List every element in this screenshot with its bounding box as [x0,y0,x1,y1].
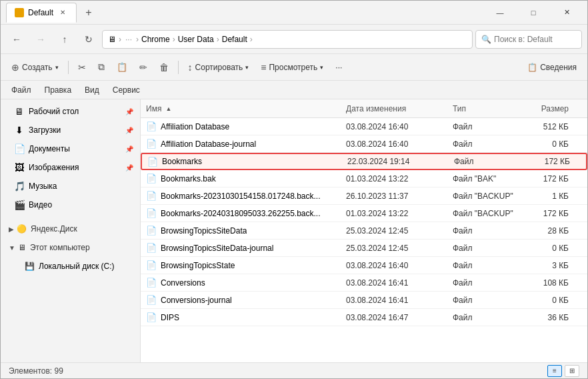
sidebar-local-disk[interactable]: 💾 Локальный диск (C:) [3,257,137,276]
file-name-0: 📄 Affiliation Database [141,121,341,132]
sidebar: 🖥 Рабочий стол 📌 ⬇ Загрузки 📌 📄 Документ… [1,99,141,362]
sidebar-item-desktop[interactable]: 🖥 Рабочий стол 📌 [3,102,137,121]
file-size-6: 28 КБ [521,226,574,236]
file-date-6: 25.03.2024 12:45 [341,226,447,236]
delete-icon: 🗑 [159,62,169,73]
search-input[interactable] [494,35,561,44]
file-name-5: 📄 Bookmarks-20240318095033.262255.back..… [141,208,341,219]
breadcrumb-default[interactable]: Default [222,35,247,44]
sidebar-this-computer[interactable]: ▼ 🖥 Этот компьютер [3,238,137,257]
table-row[interactable]: 📄 Conversions-journal 03.08.2024 16:41 Ф… [141,292,587,309]
file-size-2: 172 КБ [522,157,575,166]
file-icon-9: 📄 [146,278,157,288]
tab-folder-icon [15,8,24,17]
forward-button[interactable]: → [30,29,51,50]
file-size-8: 3 КБ [521,261,574,270]
menu-view[interactable]: Вид [79,83,105,97]
file-type-5: Файл "BACKUP" [447,209,521,218]
file-date-4: 26.10.2023 11:37 [341,192,447,201]
breadcrumb-bar: 🖥 › ··· › Chrome › User Data › Default › [102,30,473,49]
sidebar-item-images[interactable]: 🖼 Изображения 📌 [3,158,137,177]
pin-icon-3: 📌 [125,164,133,171]
sidebar-item-video[interactable]: 🎬 Видео [3,196,137,214]
table-row[interactable]: 📄 Affiliation Database-journal 03.08.202… [141,135,587,153]
table-row[interactable]: 📄 Bookmarks.bak 01.03.2024 13:22 Файл "B… [141,170,587,187]
file-icon-11: 📄 [146,312,157,323]
breadcrumb-monitor[interactable]: 🖥 [108,35,116,44]
table-row[interactable]: 📄 DIPS 03.08.2024 16:47 Файл 36 КБ [141,309,587,326]
file-icon-8: 📄 [146,260,157,271]
sidebar-yandex-disk[interactable]: ▶ 🟡 Яндекс.Диск [3,220,137,238]
pin-icon-1: 📌 [125,127,133,134]
file-name-10: 📄 Conversions-journal [141,295,341,306]
elements-count: Элементов: 99 [9,366,63,376]
file-date-7: 25.03.2024 12:45 [341,244,447,253]
up-button[interactable]: ↑ [54,29,75,50]
create-button[interactable]: ⊕ Создать ▾ [6,57,64,78]
table-row[interactable]: 📄 Bookmarks-20231030154158.017248.back..… [141,187,587,205]
file-date-1: 03.08.2024 16:40 [341,139,447,149]
paste-button[interactable]: 📋 [111,57,133,78]
details-button[interactable]: 📋 Сведения [522,57,582,78]
sort-dropdown-icon: ▾ [245,64,249,71]
breadcrumb-userdata[interactable]: User Data [178,35,214,44]
file-type-7: Файл [447,244,521,253]
copy-icon: ⧉ [98,61,105,73]
delete-button[interactable]: 🗑 [154,57,174,78]
table-row[interactable]: 📄 Bookmarks 22.03.2024 19:14 Файл 172 КБ [141,153,587,170]
sidebar-item-music[interactable]: 🎵 Музыка [3,177,137,196]
details-icon: 📋 [527,63,537,72]
sort-button[interactable]: ↕ Сортировать ▾ [183,57,255,78]
menu-edit[interactable]: Правка [39,83,77,97]
col-header-type[interactable]: Тип [447,104,521,113]
status-bar: Элементов: 99 ≡ ⊞ [1,362,587,378]
table-row[interactable]: 📄 BrowsingTopicsState 03.08.2024 16:40 Ф… [141,257,587,274]
close-button[interactable]: ✕ [551,2,582,23]
menu-file[interactable]: Файл [6,83,37,97]
back-button[interactable]: ← [6,29,27,50]
rename-button[interactable]: ✏ [134,57,153,78]
file-name-9: 📄 Conversions [141,278,341,288]
file-name-6: 📄 BrowsingTopicsSiteData [141,226,341,236]
downloads-icon: ⬇ [14,125,25,135]
copy-button[interactable]: ⧉ [93,57,110,78]
table-row[interactable]: 📄 BrowsingTopicsSiteData 25.03.2024 12:4… [141,222,587,240]
file-type-11: Файл [447,313,521,322]
maximize-button[interactable]: □ [518,2,549,23]
table-row[interactable]: 📄 Affiliation Database 03.08.2024 16:40 … [141,118,587,135]
file-size-9: 108 КБ [521,278,574,288]
file-name-2: 📄 Bookmarks [142,156,342,167]
file-date-8: 03.08.2024 16:40 [341,261,447,270]
tab-close-button[interactable]: ✕ [57,7,68,18]
toolbar-separator-2 [178,61,179,74]
sidebar-item-documents[interactable]: 📄 Документы 📌 [3,139,137,158]
menu-service[interactable]: Сервис [107,83,145,97]
col-header-name[interactable]: Имя ▲ [141,104,341,113]
new-tab-button[interactable]: + [79,3,98,22]
details-view-button[interactable]: ≡ [547,365,562,377]
sidebar-item-downloads[interactable]: ⬇ Загрузки 📌 [3,121,137,139]
refresh-button[interactable]: ↻ [78,29,99,50]
col-header-date[interactable]: Дата изменения [341,104,447,113]
cut-button[interactable]: ✂ [73,57,91,78]
tiles-view-button[interactable]: ⊞ [565,365,579,377]
more-button[interactable]: ··· [330,57,347,78]
table-row[interactable]: 📄 BrowsingTopicsSiteData-journal 25.03.2… [141,240,587,257]
view-button[interactable]: ≡ Просмотреть ▾ [255,57,329,78]
file-type-0: Файл [447,122,521,131]
content-area: 🖥 Рабочий стол 📌 ⬇ Загрузки 📌 📄 Документ… [1,99,587,362]
file-date-10: 03.08.2024 16:41 [341,296,447,305]
breadcrumb-chrome[interactable]: Chrome [141,35,170,44]
view-mode-buttons: ≡ ⊞ [547,365,579,377]
file-type-8: Файл [447,261,521,270]
file-type-10: Файл [447,296,521,305]
search-box[interactable]: 🔍 [475,30,582,49]
file-size-0: 512 КБ [521,122,574,131]
minimize-button[interactable]: — [485,2,515,23]
table-row[interactable]: 📄 Bookmarks-20240318095033.262255.back..… [141,205,587,222]
table-row[interactable]: 📄 Conversions 03.08.2024 16:41 Файл 108 … [141,274,587,292]
file-icon-0: 📄 [146,121,157,132]
file-list-header: Имя ▲ Дата изменения Тип Размер [141,99,587,118]
col-header-size[interactable]: Размер [521,104,574,113]
active-tab[interactable]: Default ✕ [6,3,77,23]
